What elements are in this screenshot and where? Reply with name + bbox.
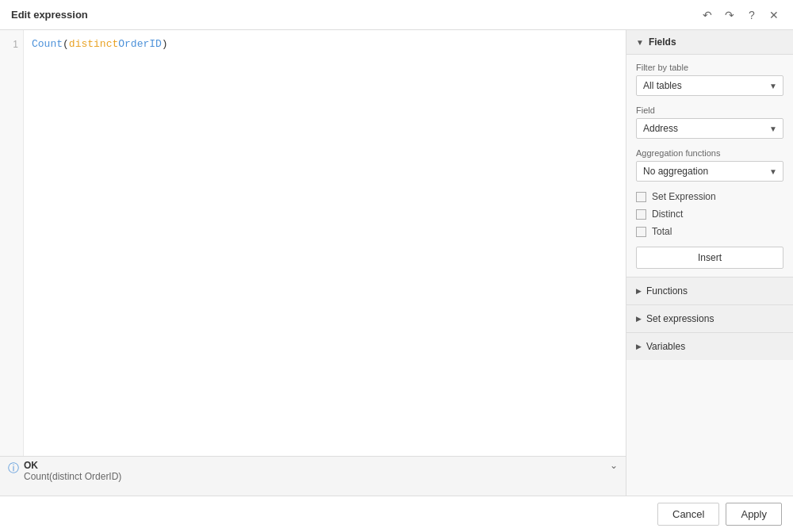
apply-button[interactable]: Apply xyxy=(726,503,782,526)
filter-by-table-label: Filter by table xyxy=(636,63,783,72)
set-expressions-section: ▶ Set expressions xyxy=(626,304,793,332)
code-paren-open: ( xyxy=(63,36,69,52)
editor-area: 1 Count ( distinct OrderID ) xyxy=(0,30,626,456)
functions-chevron-icon: ▶ xyxy=(636,287,642,295)
status-expression: Count(distinct OrderID) xyxy=(24,471,605,482)
fields-section-header: ▼ Fields xyxy=(626,30,793,55)
status-content: OK Count(distinct OrderID) xyxy=(24,460,605,482)
functions-label: Functions xyxy=(646,285,688,297)
code-field-name: OrderID xyxy=(118,36,162,52)
status-chevron-icon[interactable]: ⌄ xyxy=(610,460,618,471)
set-expressions-header[interactable]: ▶ Set expressions xyxy=(626,305,793,332)
dialog-header: Edit expression ↶ ↷ ? ✕ xyxy=(0,0,793,30)
aggregation-label: Aggregation functions xyxy=(636,148,783,158)
filter-by-table-wrapper: All tables ▼ xyxy=(636,75,783,96)
header-icons: ↶ ↷ ? ✕ xyxy=(699,7,782,23)
variables-label: Variables xyxy=(646,341,685,352)
status-ok-label: OK xyxy=(24,460,605,471)
insert-button[interactable]: Insert xyxy=(636,247,783,269)
code-line-1: Count ( distinct OrderID ) xyxy=(32,36,618,52)
fields-content: Filter by table All tables ▼ Field Addre… xyxy=(626,55,793,277)
functions-section: ▶ Functions xyxy=(626,277,793,304)
aggregation-select[interactable]: No aggregation xyxy=(636,161,783,182)
undo-button[interactable]: ↶ xyxy=(699,7,715,23)
help-button[interactable]: ? xyxy=(744,7,760,23)
distinct-row: Distinct xyxy=(636,209,783,220)
set-expression-label: Set Expression xyxy=(652,191,716,202)
distinct-checkbox[interactable] xyxy=(636,209,646,220)
redo-button[interactable]: ↷ xyxy=(722,7,737,23)
code-function-name: Count xyxy=(32,36,63,52)
total-checkbox[interactable] xyxy=(636,227,646,237)
status-bar: ⓘ OK Count(distinct OrderID) ⌄ xyxy=(0,456,626,496)
code-editor[interactable]: Count ( distinct OrderID ) xyxy=(24,30,626,456)
cancel-button[interactable]: Cancel xyxy=(657,503,719,526)
distinct-label: Distinct xyxy=(652,209,683,220)
dialog-title: Edit expression xyxy=(11,9,88,21)
set-expression-row: Set Expression xyxy=(636,191,783,202)
variables-header[interactable]: ▶ Variables xyxy=(626,333,793,360)
field-label: Field xyxy=(636,105,783,115)
dialog-footer: Cancel Apply xyxy=(0,496,793,532)
functions-header[interactable]: ▶ Functions xyxy=(626,277,793,304)
total-label: Total xyxy=(652,226,672,237)
aggregation-wrapper: No aggregation ▼ xyxy=(636,161,783,182)
status-info-icon: ⓘ xyxy=(8,461,19,476)
filter-by-table-select[interactable]: All tables xyxy=(636,75,783,96)
code-paren-close: ) xyxy=(162,36,168,52)
variables-section: ▶ Variables xyxy=(626,332,793,360)
set-expression-checkbox[interactable] xyxy=(636,192,646,202)
close-button[interactable]: ✕ xyxy=(766,7,782,23)
variables-chevron-icon: ▶ xyxy=(636,343,642,350)
field-select[interactable]: Address xyxy=(636,118,783,139)
set-expressions-label: Set expressions xyxy=(646,313,714,324)
fields-chevron-icon: ▼ xyxy=(636,38,644,47)
total-row: Total xyxy=(636,226,783,237)
field-wrapper: Address ▼ xyxy=(636,118,783,139)
set-expressions-chevron-icon: ▶ xyxy=(636,315,642,323)
fields-section-label: Fields xyxy=(649,36,676,48)
fields-panel: ▼ Fields Filter by table All tables ▼ Fi… xyxy=(626,30,793,496)
dialog-body: 1 Count ( distinct OrderID ) ⓘ OK xyxy=(0,30,793,496)
code-keyword-distinct: distinct xyxy=(69,36,118,52)
edit-expression-dialog: Edit expression ↶ ↷ ? ✕ 1 Count ( distin… xyxy=(0,0,793,532)
line-number-1: 1 xyxy=(0,36,23,52)
expression-panel: 1 Count ( distinct OrderID ) ⓘ OK xyxy=(0,30,626,496)
line-numbers: 1 xyxy=(0,30,24,456)
